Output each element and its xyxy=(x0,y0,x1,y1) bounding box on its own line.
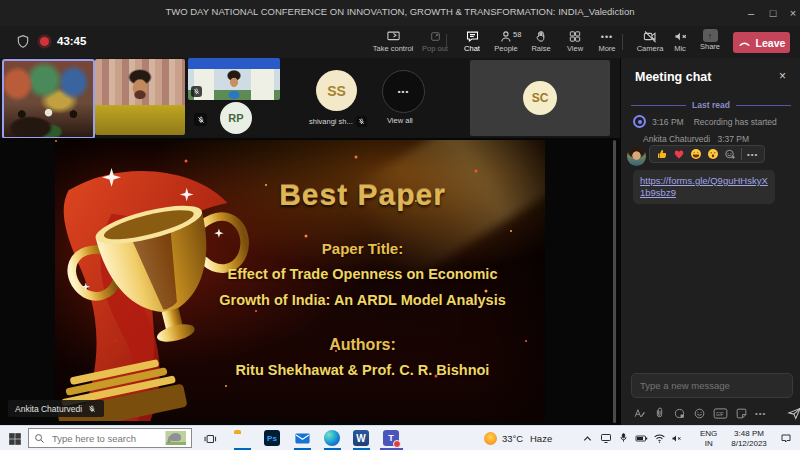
view-all-button[interactable]: ••• xyxy=(382,70,425,113)
presenter-name: Ankita Chaturvedi xyxy=(15,404,82,414)
share-arrow-icon: ↑ xyxy=(703,29,718,42)
maximize-button[interactable]: □ xyxy=(764,4,782,22)
message-author-row: Ankita Chaturvedi 3:37 PM xyxy=(643,134,749,144)
grid-view-icon xyxy=(568,29,582,44)
weather-desc[interactable]: Haze xyxy=(530,433,552,444)
toolbar-divider xyxy=(446,34,447,50)
language-indicator[interactable]: ENG IN xyxy=(700,429,717,448)
share-button[interactable]: ↑ Share xyxy=(686,29,734,51)
tray-expand-chevron-icon[interactable] xyxy=(582,434,593,443)
weather-temp[interactable]: 33°C xyxy=(502,433,523,444)
attach-icon[interactable] xyxy=(653,407,666,420)
participant-video-active-speaker[interactable] xyxy=(2,59,95,139)
language-line2: IN xyxy=(700,439,717,449)
gif-icon[interactable]: GIF xyxy=(713,407,728,420)
meeting-chat-panel: Meeting chat × Last read 3:16 PM Recordi… xyxy=(620,58,800,425)
recording-event-row: 3:16 PM Recording has started xyxy=(633,115,777,128)
minimize-button[interactable]: – xyxy=(742,4,760,22)
title-bar: TWO DAY NATIONAL CONFERENCE ON INNOVATIO… xyxy=(0,0,800,26)
participant-name: shivangi sh... xyxy=(309,117,353,126)
tray-mic-icon[interactable] xyxy=(618,432,629,444)
last-read-label: Last read xyxy=(692,100,730,110)
view-all-label: View all xyxy=(387,116,413,125)
take-control-button[interactable]: Take control xyxy=(369,29,417,53)
message-author-avatar[interactable] xyxy=(627,147,646,166)
message-time: 3:37 PM xyxy=(717,134,749,144)
message-input[interactable] xyxy=(632,374,800,397)
taskbar-search[interactable] xyxy=(28,428,192,448)
tray-battery-icon[interactable] xyxy=(635,434,648,443)
heart-icon[interactable] xyxy=(673,148,685,160)
reaction-bar-divider xyxy=(741,148,742,160)
mic-muted-icon xyxy=(86,403,97,414)
format-icon[interactable] xyxy=(633,407,646,420)
action-center-icon[interactable] xyxy=(780,433,792,444)
compose-toolbar: GIF ••• xyxy=(633,406,800,421)
view-all-label-wrap: View all xyxy=(387,116,413,125)
paper-title-line2: Growth of India: An ARDL Model Analysis xyxy=(185,292,540,308)
participant-avatar-ss[interactable]: SS xyxy=(316,70,357,111)
slide-sparkles xyxy=(55,140,57,142)
taskbar-clock[interactable]: 3:48 PM 8/12/2023 xyxy=(726,429,772,448)
svg-text:GIF: GIF xyxy=(716,412,724,417)
message-link[interactable]: https://forms.gle/Q9guHHskyX 1b9sbz9 xyxy=(640,175,768,199)
phone-hangup-icon xyxy=(738,38,751,48)
leave-button[interactable]: Leave xyxy=(733,32,790,53)
more-ellipsis-icon: ••• xyxy=(747,150,758,159)
tray-display-icon[interactable] xyxy=(600,433,612,444)
recording-event-text: Recording has started xyxy=(694,117,777,127)
participant-video[interactable] xyxy=(95,59,185,135)
participant-video[interactable] xyxy=(188,58,280,100)
teams-icon[interactable]: T xyxy=(383,430,399,446)
message-author: Ankita Chaturvedi xyxy=(643,134,710,144)
start-button[interactable] xyxy=(8,432,22,446)
word-icon[interactable]: W xyxy=(353,430,369,446)
compose-more-icon[interactable]: ••• xyxy=(755,409,766,418)
close-icon: × xyxy=(790,7,796,19)
take-control-label: Take control xyxy=(373,45,413,53)
task-view-button[interactable] xyxy=(203,432,217,446)
message-link-line2: 1b9sbz9 xyxy=(640,187,768,199)
mic-muted-icon xyxy=(194,113,207,126)
shared-screen-stage: Best Paper Paper Title: Effect of Trade … xyxy=(0,138,620,425)
loop-component-icon[interactable] xyxy=(673,407,686,420)
weather-icon[interactable] xyxy=(484,432,497,445)
reaction-bar: ••• xyxy=(649,145,765,163)
mail-icon[interactable] xyxy=(294,430,311,447)
more-actions-button[interactable]: ••• More xyxy=(583,29,631,53)
send-icon[interactable] xyxy=(787,406,800,421)
screen-control-icon xyxy=(386,29,401,44)
message-more-options-button[interactable]: ••• xyxy=(747,150,758,159)
mic-label: Mic xyxy=(674,45,686,53)
mic-muted-icon xyxy=(191,86,202,97)
maximize-icon: □ xyxy=(770,7,777,19)
edge-browser-icon[interactable] xyxy=(324,430,340,446)
recording-event-time: 3:16 PM xyxy=(652,117,684,127)
chat-close-button[interactable]: × xyxy=(779,69,786,83)
compose-box[interactable] xyxy=(631,373,793,398)
raised-hand-icon xyxy=(534,29,548,44)
chat-panel-title: Meeting chat xyxy=(635,70,711,84)
emoji-icon[interactable] xyxy=(693,407,706,420)
last-read-divider: Last read xyxy=(631,100,791,110)
stage-scrollbar[interactable] xyxy=(613,140,616,423)
language-line1: ENG xyxy=(700,429,717,439)
close-button[interactable]: × xyxy=(784,4,800,22)
teams-meeting-window: TWO DAY NATIONAL CONFERENCE ON INNOVATIO… xyxy=(0,0,800,450)
sticker-icon[interactable] xyxy=(735,407,748,420)
tray-volume-muted-icon[interactable] xyxy=(671,433,683,444)
meeting-timer: 43:45 xyxy=(57,35,86,47)
photoshop-icon[interactable]: Ps xyxy=(264,430,280,446)
avatar-sc: SC xyxy=(523,81,557,115)
thumbs-up-icon[interactable] xyxy=(656,148,668,160)
laugh-icon[interactable] xyxy=(690,148,702,160)
add-reaction-icon[interactable] xyxy=(724,148,736,160)
surprised-icon[interactable] xyxy=(707,148,719,160)
window-title: TWO DAY NATIONAL CONFERENCE ON INNOVATIO… xyxy=(0,6,800,17)
participant-tile-rp[interactable]: RP xyxy=(188,102,280,135)
participant-tile-sc[interactable]: SC xyxy=(470,60,610,136)
tray-wifi-icon[interactable] xyxy=(653,433,666,444)
message-bubble: https://forms.gle/Q9guHHskyX 1b9sbz9 xyxy=(633,170,775,204)
search-input[interactable] xyxy=(50,432,160,445)
chat-bubble-icon xyxy=(465,29,480,44)
